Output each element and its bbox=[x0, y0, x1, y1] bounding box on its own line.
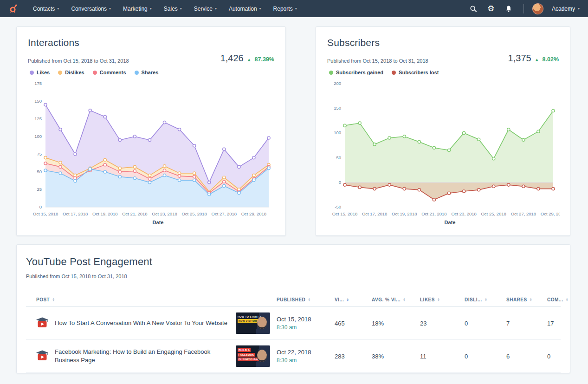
chevron-down-icon: ▾ bbox=[215, 7, 217, 11]
up-triangle-icon: ▲ bbox=[247, 57, 252, 62]
svg-text:Oct 25, 2018: Oct 25, 2018 bbox=[181, 211, 207, 216]
legend-item-dislikes[interactable]: Dislikes bbox=[58, 70, 84, 75]
svg-text:Oct 27, 2018: Oct 27, 2018 bbox=[212, 211, 237, 216]
views-value: 283 bbox=[335, 353, 372, 360]
nav-label: Automation bbox=[229, 6, 257, 12]
column-header-shares[interactable]: SHARES▲▼ bbox=[506, 297, 547, 302]
subscribers-title: Subscribers bbox=[327, 37, 559, 48]
legend-label: Subscribers lost bbox=[399, 70, 439, 75]
svg-text:Oct 21, 2018: Oct 21, 2018 bbox=[421, 211, 446, 216]
nav-item-marketing[interactable]: Marketing▾ bbox=[117, 0, 158, 17]
column-header-published[interactable]: PUBLISHED▲▼ bbox=[277, 297, 335, 302]
svg-text:Oct 17, 2018: Oct 17, 2018 bbox=[63, 211, 88, 216]
hubspot-logo[interactable] bbox=[7, 3, 19, 14]
post-cell: Facebook Marketing: How to Build an Enga… bbox=[26, 345, 277, 367]
nav-divider bbox=[523, 4, 524, 13]
nav-item-conversations[interactable]: Conversations▾ bbox=[65, 0, 117, 17]
column-header-views[interactable]: VI...▲▼ bbox=[335, 297, 372, 302]
svg-text:Oct 19, 2018: Oct 19, 2018 bbox=[92, 211, 117, 216]
column-header-dislikes[interactable]: DISLI...▲▼ bbox=[465, 297, 506, 302]
published-date: Oct 15, 2018 bbox=[277, 316, 335, 323]
thumbnail-text: BUILD A bbox=[238, 348, 251, 352]
column-header-comments[interactable]: COM...▲▼ bbox=[547, 297, 569, 302]
lost-dot-icon bbox=[392, 71, 396, 75]
svg-text:125: 125 bbox=[34, 116, 42, 121]
views-value: 465 bbox=[335, 320, 372, 327]
column-label: SHARES bbox=[506, 297, 527, 302]
svg-text:Oct 21, 2018: Oct 21, 2018 bbox=[122, 211, 147, 216]
svg-text:Oct 19, 2018: Oct 19, 2018 bbox=[392, 211, 417, 216]
svg-text:0: 0 bbox=[339, 180, 341, 185]
nav-label: Marketing bbox=[123, 6, 148, 12]
video-thumbnail[interactable]: HOW TO START A NEW VISITOR bbox=[236, 312, 270, 334]
video-thumbnail[interactable]: BUILD A FACEBOOK BUSINESS PAGE bbox=[236, 345, 270, 367]
sort-icon: ▲▼ bbox=[52, 298, 55, 301]
engagement-title: YouTube Post Engagement bbox=[26, 256, 561, 268]
thumbnail-text: HOW TO START A bbox=[238, 315, 261, 318]
shares-value: 6 bbox=[506, 353, 547, 360]
column-header-likes[interactable]: LIKES▲▼ bbox=[420, 297, 465, 302]
subscribers-total-stat: 1,375 ▲ 8.02% bbox=[508, 53, 559, 64]
column-label: POST bbox=[36, 297, 50, 302]
post-cell: How To Start A Conversation With A New V… bbox=[26, 312, 277, 334]
shares-dot-icon bbox=[135, 71, 139, 75]
interactions-total-stat: 1,426 ▲ 87.39% bbox=[220, 53, 274, 64]
engagement-table: POST▲▼ PUBLISHED▲▼ VI...▲▼ AVG. % VI...▲… bbox=[26, 293, 561, 373]
likes-value: 11 bbox=[420, 353, 465, 360]
legend-item-comments[interactable]: Comments bbox=[93, 70, 126, 75]
column-label: DISLI... bbox=[465, 297, 482, 302]
dislikes-value: 0 bbox=[465, 320, 506, 327]
subscribers-subtitle: Published from Oct 15, 2018 to Oct 31, 2… bbox=[327, 58, 428, 64]
svg-text:200: 200 bbox=[334, 81, 341, 86]
subscribers-x-axis-title: Date bbox=[327, 220, 559, 225]
avatar[interactable] bbox=[532, 3, 543, 14]
dislikes-value: 0 bbox=[465, 353, 506, 360]
subscribers-card: Subscribers Published from Oct 15, 2018 … bbox=[316, 26, 570, 236]
post-title-link[interactable]: Facebook Marketing: How to Build an Enga… bbox=[55, 348, 236, 364]
search-icon[interactable] bbox=[467, 2, 480, 15]
svg-text:100: 100 bbox=[34, 134, 42, 139]
nav-item-sales[interactable]: Sales▾ bbox=[158, 0, 188, 17]
published-time: 8:30 am bbox=[277, 357, 335, 364]
nav-item-service[interactable]: Service▾ bbox=[188, 0, 223, 17]
nav-item-automation[interactable]: Automation▾ bbox=[223, 0, 267, 17]
column-header-avg-view[interactable]: AVG. % VI...▲▼ bbox=[372, 297, 420, 302]
svg-text:Oct 29, 2018: Oct 29, 2018 bbox=[541, 211, 560, 216]
column-label: VI... bbox=[335, 297, 344, 302]
svg-text:Oct 23, 2018: Oct 23, 2018 bbox=[152, 211, 177, 216]
engagement-subtitle: Published from Oct 15, 2018 to Oct 31, 2… bbox=[26, 273, 561, 279]
chevron-down-icon: ▾ bbox=[180, 7, 182, 11]
legend-item-likes[interactable]: Likes bbox=[30, 70, 50, 75]
chevron-down-icon: ▾ bbox=[578, 7, 580, 11]
likes-value: 23 bbox=[420, 320, 465, 327]
nav-menu: Contacts▾ Conversations▾ Marketing▾ Sale… bbox=[27, 0, 303, 17]
legend-item-subscribers-gained[interactable]: Subscribers gained bbox=[329, 70, 383, 75]
sort-icon: ▲▼ bbox=[403, 298, 406, 301]
svg-text:Oct 27, 2018: Oct 27, 2018 bbox=[511, 211, 536, 216]
published-time: 8:30 am bbox=[277, 324, 335, 331]
nav-item-contacts[interactable]: Contacts▾ bbox=[27, 0, 65, 17]
interactions-delta: 87.39% bbox=[255, 56, 274, 63]
nav-item-reports[interactable]: Reports▾ bbox=[267, 0, 303, 17]
account-menu[interactable]: Academy ▾ bbox=[552, 6, 580, 12]
gained-dot-icon bbox=[329, 71, 333, 75]
subscribers-delta: 8.02% bbox=[543, 56, 559, 63]
column-header-post[interactable]: POST▲▼ bbox=[26, 297, 277, 302]
chevron-down-icon: ▾ bbox=[259, 7, 261, 11]
gear-icon[interactable]: ⚙ bbox=[485, 2, 498, 15]
legend-item-shares[interactable]: Shares bbox=[135, 70, 159, 75]
post-title-link[interactable]: How To Start A Conversation With A New V… bbox=[55, 319, 236, 327]
table-row: Facebook Marketing: How to Build an Enga… bbox=[26, 340, 561, 373]
column-label: AVG. % VI... bbox=[372, 297, 401, 302]
nav-label: Service bbox=[194, 6, 213, 12]
svg-text:150: 150 bbox=[334, 105, 341, 111]
legend-item-subscribers-lost[interactable]: Subscribers lost bbox=[392, 70, 439, 75]
up-triangle-icon: ▲ bbox=[535, 57, 539, 62]
legend-label: Likes bbox=[37, 70, 50, 75]
bell-icon[interactable] bbox=[502, 2, 515, 15]
svg-text:Oct 23, 2018: Oct 23, 2018 bbox=[451, 211, 476, 216]
chevron-down-icon: ▾ bbox=[150, 7, 152, 11]
nav-label: Sales bbox=[164, 6, 178, 12]
svg-text:25: 25 bbox=[37, 187, 42, 192]
thumbnail-face bbox=[257, 317, 267, 329]
